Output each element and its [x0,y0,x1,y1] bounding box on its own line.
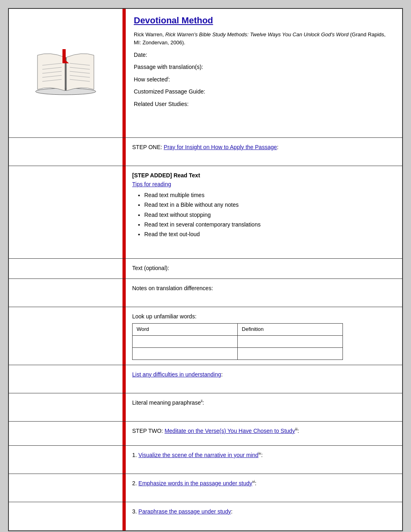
step-two-row: STEP TWO: Meditate on the Verse(s) You H… [9,422,402,446]
notes-translation-left [9,279,126,307]
text-optional-label: Text (optional): [132,265,169,271]
def-cell-1 [238,336,343,348]
step-two-link[interactable]: Meditate on the Verse(s) You Have Chosen… [164,428,295,434]
item3-colon: : [231,508,232,515]
tip-item-2: Read text in a Bible without any notes [144,200,396,209]
look-up-row: Look up unfamiliar words: Word Definitio… [9,307,402,365]
item1-num: 1. [132,452,139,458]
citation-text: Rick Warren, Rick Warren's Bible Study M… [134,31,394,46]
step-added-row: [STEP ADDED] Read Text Tips for reading … [9,166,402,259]
def-cell-2 [238,347,343,360]
step-one-link[interactable]: Pray for Insight on How to Apply the Pas… [164,144,277,150]
difficulties-content: List any difficulties in understanding: [126,365,402,393]
look-up-left [9,307,126,365]
notes-translation-label: Notes on translation differences: [132,285,213,291]
step-two-content: STEP TWO: Meditate on the Verse(s) You H… [126,422,402,445]
step-added-label: [STEP ADDED] Read Text [132,171,396,180]
item3-link[interactable]: Paraphrase the passage under study [139,508,231,515]
text-optional-left [9,259,126,278]
literal-meaning-content: Literal meaning paraphraseii: [126,393,402,421]
citation-author: Rick Warren, [134,31,165,37]
item1-colon: : [261,452,263,458]
page: Devotional Method Rick Warren, Rick Warr… [8,8,403,531]
item1-row: 1. Visualize the scene of the narrative … [9,446,402,474]
notes-translation-row: Notes on translation differences: [9,279,402,307]
related-field: Related User Studies: [134,100,394,108]
item1-left [9,446,126,474]
tip-item-1: Read text multiple times [144,191,396,200]
difficulties-left [9,365,126,393]
step-two-label: STEP TWO: [132,428,164,434]
item2-colon: : [255,480,257,486]
item2-link[interactable]: Emphasize words in the passage under stu… [139,480,253,486]
difficulties-link[interactable]: List any difficulties in understanding [132,371,221,378]
book-svg [33,47,98,100]
look-up-content: Look up unfamiliar words: Word Definitio… [126,307,402,365]
literal-meaning-label: Literal meaning paraphrase [132,399,201,406]
how-selected-label: How selected [134,76,168,83]
item3-num: 3. [132,508,139,515]
tips-for-reading-link[interactable]: Tips for reading [132,181,171,187]
tips-bullet-list: Read text multiple times Read text in a … [144,191,396,239]
literal-meaning-left [9,393,126,421]
date-field: Date: [134,50,394,59]
def-col-header: Definition [238,324,343,336]
header-row: Devotional Method Rick Warren, Rick Warr… [9,9,402,138]
word-def-row-2 [133,347,343,360]
devotional-title[interactable]: Devotional Method [134,15,394,26]
step-added-left [9,166,126,258]
step-added-content: [STEP ADDED] Read Text Tips for reading … [126,166,402,258]
difficulties-colon: : [221,371,223,378]
how-selected-colon: : [168,76,170,83]
step-one-row: STEP ONE: Pray for Insight on How to App… [9,138,402,166]
item1-content: 1. Visualize the scene of the narrative … [126,446,402,474]
step-one-label: STEP ONE: [132,144,164,150]
how-selected-field: How selectedi: [134,75,394,84]
item2-left [9,474,126,502]
text-optional-content: Text (optional): [126,259,402,278]
item3-content: 3. Paraphrase the passage under study: [126,502,402,530]
citation-book-italic: Rick Warren's Bible Study Methods: Twelv… [165,31,349,37]
item1-link[interactable]: Visualize the scene of the narrative in … [139,452,259,458]
left-image-col [9,9,126,137]
word-cell-1 [133,336,238,348]
literal-meaning-colon: : [202,399,204,406]
header-content: Devotional Method Rick Warren, Rick Warr… [126,9,402,137]
item3-left [9,502,126,530]
step-one-left [9,138,126,166]
notes-translation-content: Notes on translation differences: [126,279,402,307]
step-one-content: STEP ONE: Pray for Insight on How to App… [126,138,402,166]
tip-item-5: Read the text out-loud [144,230,396,239]
word-col-header: Word [133,324,238,336]
item2-content: 2. Emphasize words in the passage under … [126,474,402,502]
word-def-row-1 [133,336,343,348]
text-optional-row: Text (optional): [9,259,402,279]
tip-item-3: Read text without stopping [144,210,396,219]
book-image [33,47,98,100]
passage-field: Passage with translation(s): [134,62,394,71]
look-up-label: Look up unfamiliar words: [132,312,396,321]
literal-meaning-row: Literal meaning paraphraseii: [9,393,402,422]
difficulties-row: List any difficulties in understanding: [9,365,402,393]
word-cell-2 [133,347,238,360]
step-one-colon: : [277,144,278,150]
word-def-table: Word Definition [132,323,343,360]
item2-num: 2. [132,480,139,486]
customized-field: Customized Passage Guide: [134,87,394,96]
step-two-left [9,422,126,445]
tip-item-4: Read text in several contemporary transl… [144,220,396,229]
item3-row: 3. Paraphrase the passage under study: [9,502,402,530]
item2-row: 2. Emphasize words in the passage under … [9,474,402,502]
step-two-colon: : [297,428,299,434]
